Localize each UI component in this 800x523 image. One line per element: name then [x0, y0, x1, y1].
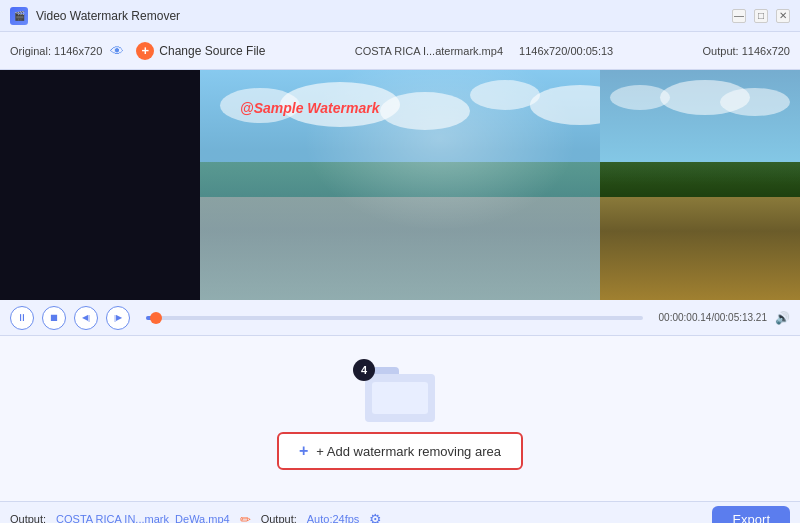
pause-button[interactable]: ⏸ — [10, 306, 34, 330]
time-display: 00:00:00.14/00:05:13.21 — [659, 312, 767, 323]
video-thumbnail-right — [600, 70, 800, 300]
frame-forward-button[interactable]: |▶ — [106, 306, 130, 330]
settings-icon[interactable]: ⚙ — [369, 511, 382, 523]
video-right-panel — [600, 70, 800, 300]
plus-circle-icon: + — [136, 42, 154, 60]
progress-thumb[interactable] — [150, 312, 162, 324]
app-title: Video Watermark Remover — [36, 9, 732, 23]
output-file-name: COSTA RICA IN...mark_DeWa.mp4 — [56, 513, 230, 523]
bottom-bar: Output: COSTA RICA IN...mark_DeWa.mp4 ✏ … — [0, 501, 800, 523]
minimize-button[interactable]: — — [732, 9, 746, 23]
add-watermark-label: + Add watermark removing area — [316, 444, 501, 459]
stop-button[interactable]: ⏹ — [42, 306, 66, 330]
export-button[interactable]: Export — [712, 506, 790, 524]
file-specs: 1146x720/00:05:13 — [519, 45, 613, 57]
cloud-decoration — [380, 92, 470, 130]
folder-icon-wrapper: 4 — [365, 367, 435, 422]
change-source-button[interactable]: + Change Source File — [136, 42, 265, 60]
edit-icon[interactable]: ✏ — [240, 512, 251, 524]
title-bar: 🎬 Video Watermark Remover — □ ✕ — [0, 0, 800, 32]
file-name: COSTA RICA I...atermark.mp4 — [355, 45, 503, 57]
frame-back-button[interactable]: ◀| — [74, 306, 98, 330]
progress-bar[interactable] — [146, 316, 643, 320]
video-area: @Sample Watermark — [0, 70, 800, 300]
close-button[interactable]: ✕ — [776, 9, 790, 23]
toolbar-left: Original: 1146x720 👁 — [10, 43, 124, 59]
folder-inner — [372, 382, 428, 414]
toolbar: Original: 1146x720 👁 + Change Source Fil… — [0, 32, 800, 70]
window-controls: — □ ✕ — [732, 9, 790, 23]
add-plus-icon: + — [299, 442, 308, 460]
step-badge: 4 — [353, 359, 375, 381]
add-watermark-button[interactable]: + + Add watermark removing area — [277, 432, 523, 470]
output-row: Output: COSTA RICA IN...mark_DeWa.mp4 ✏ … — [10, 506, 790, 523]
folder-body — [365, 374, 435, 422]
output-settings-label: Output: — [261, 513, 297, 523]
sample-watermark-text: @Sample Watermark — [240, 100, 379, 116]
output-resolution-label: Output: 1146x720 — [703, 45, 790, 57]
cloud-decoration — [530, 85, 600, 125]
change-source-label: Change Source File — [159, 44, 265, 58]
output-settings-value: Auto;24fps — [307, 513, 360, 523]
eye-icon[interactable]: 👁 — [110, 43, 124, 59]
output-label: Output: — [10, 513, 46, 523]
folder-icon — [365, 367, 435, 422]
maximize-button[interactable]: □ — [754, 9, 768, 23]
app-icon: 🎬 — [10, 7, 28, 25]
file-info: COSTA RICA I...atermark.mp4 1146x720/00:… — [277, 45, 690, 57]
center-content: 4 + + Add watermark removing area — [277, 367, 523, 470]
volume-icon[interactable]: 🔊 — [775, 311, 790, 325]
original-resolution-label: Original: 1146x720 — [10, 45, 102, 57]
cloud-decoration — [720, 88, 790, 116]
playback-bar: ⏸ ⏹ ◀| |▶ 00:00:00.14/00:05:13.21 🔊 — [0, 300, 800, 336]
main-content: 4 + + Add watermark removing area — [0, 336, 800, 501]
video-left-panel — [0, 70, 200, 300]
video-main[interactable]: @Sample Watermark — [200, 70, 600, 300]
